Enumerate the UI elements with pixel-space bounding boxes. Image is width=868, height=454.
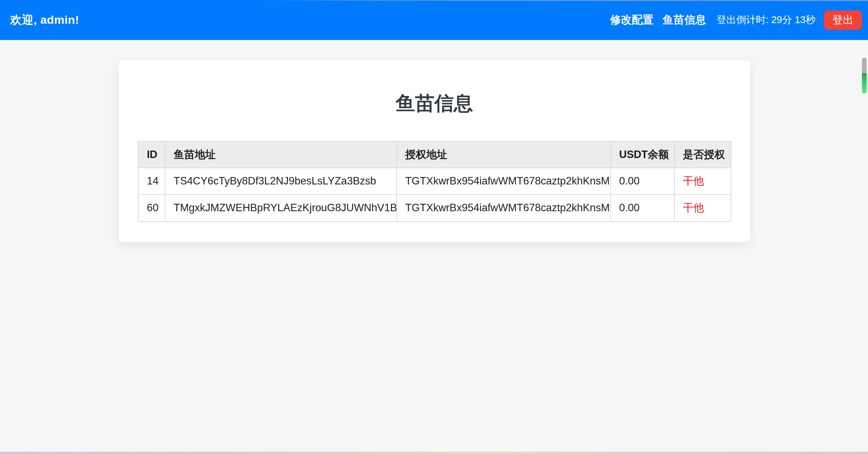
fry-table-container: ID 鱼苗地址 授权地址 USDT余额 是否授权 14 TS4CY6cTyBy8…: [138, 141, 730, 222]
logout-countdown: 登出倒计时: 29分 13秒: [716, 13, 815, 27]
cell-auth-address: TGTXkwrBx954iafwWMT678caztp2khKnsM: [397, 195, 611, 221]
cell-action: 干他: [674, 168, 731, 195]
page-title: 鱼苗信息: [119, 60, 750, 115]
scrollbar-thumb[interactable]: [862, 58, 867, 94]
header-usdt-balance: USDT余额: [611, 141, 674, 168]
header-auth-address: 授权地址: [397, 141, 611, 168]
logout-button[interactable]: 登出: [824, 11, 862, 30]
action-link[interactable]: 干他: [683, 202, 704, 214]
cell-usdt-balance: 0.00: [611, 195, 674, 221]
logout-countdown-value: 29分 13秒: [771, 14, 815, 25]
window-bottom-edge: [0, 452, 868, 454]
logout-countdown-label: 登出倒计时:: [716, 14, 768, 25]
cell-id: 14: [138, 168, 165, 195]
header-id: ID: [138, 141, 165, 168]
cell-fry-address: TMgxkJMZWEHBpRYLAEzKjrouG8JUWNhV1B: [165, 195, 397, 221]
action-link[interactable]: 干他: [683, 175, 704, 187]
nav-link-fry-info[interactable]: 鱼苗信息: [663, 13, 706, 27]
scrollbar-thumb-green: [862, 73, 867, 94]
cell-usdt-balance: 0.00: [611, 168, 674, 195]
cell-fry-address: TS4CY6cTyBy8Df3L2NJ9besLsLYZa3Bzsb: [165, 168, 397, 195]
table-row: 14 TS4CY6cTyBy8Df3L2NJ9besLsLYZa3Bzsb TG…: [138, 168, 731, 195]
cell-auth-address: TGTXkwrBx954iafwWMT678caztp2khKnsM: [397, 168, 611, 195]
cell-id: 60: [138, 195, 165, 221]
table-header-row: ID 鱼苗地址 授权地址 USDT余额 是否授权: [138, 141, 731, 168]
cell-action: 干他: [674, 195, 731, 221]
table-row: 60 TMgxkJMZWEHBpRYLAEzKjrouG8JUWNhV1B TG…: [138, 195, 731, 221]
navbar-right-group: 修改配置 鱼苗信息 登出倒计时: 29分 13秒 登出: [610, 11, 862, 30]
fry-table: ID 鱼苗地址 授权地址 USDT余额 是否授权 14 TS4CY6cTyBy8…: [138, 141, 731, 222]
navbar: 欢迎, admin! 修改配置 鱼苗信息 登出倒计时: 29分 13秒 登出: [0, 0, 868, 40]
header-fry-address: 鱼苗地址: [165, 141, 397, 168]
header-is-authorized: 是否授权: [674, 141, 731, 168]
nav-link-modify-config[interactable]: 修改配置: [610, 13, 653, 27]
fry-info-card: 鱼苗信息 ID 鱼苗地址 授权地址 USDT余额 是否授权: [119, 60, 750, 242]
welcome-text: 欢迎, admin!: [10, 12, 79, 28]
scrollbar-thumb-gray: [862, 58, 867, 73]
